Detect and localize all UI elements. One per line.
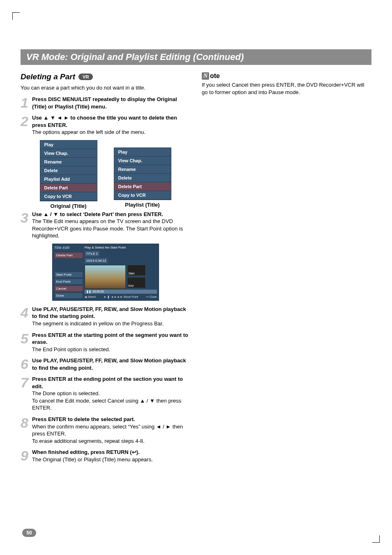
step-text: The Original (Title) or Playlist (Title)…	[32, 456, 153, 463]
title-edit-progress: ❚❚ 00:00:00	[85, 290, 157, 294]
step-8: 8 Press ENTER to delete the selected par…	[21, 416, 190, 444]
step-bold: Use PLAY, PAUSE/STEP, FF, REW, and Slow …	[32, 306, 186, 320]
menu-item: View Chap.	[114, 157, 171, 165]
menu-caption: Original (Title)	[40, 203, 97, 209]
menu-item: Copy to VCR	[114, 191, 171, 200]
menu-item: Delete	[40, 166, 97, 175]
step-4: 4 Use PLAY, PAUSE/STEP, FF, REW, and Slo…	[21, 306, 190, 327]
step-text: The segment is indicated in yellow on th…	[32, 320, 164, 327]
step-body: Press ENTER at the starting point of the…	[32, 332, 190, 353]
step-9: 9 When finished editing, press RETURN (↩…	[21, 449, 190, 463]
step-bold: Press ENTER to delete the selected part.	[32, 416, 135, 422]
menu-item: Playlist Add	[40, 175, 97, 184]
title-edit-panel: Title Edit Delete Part Start Point End P…	[52, 244, 159, 301]
note-heading: N ote	[202, 72, 371, 80]
section-title: Deleting a Part	[21, 72, 75, 81]
step-text: When the confirm menu appears, select “Y…	[32, 424, 183, 444]
crop-mark-bottom-right	[372, 535, 380, 543]
footer-close: ↩ Close	[146, 295, 157, 299]
step-number: 4	[21, 306, 32, 327]
step-body: Press DISC MENU/LIST repeatedly to displ…	[32, 96, 190, 110]
title-edit-topline: Play & Select the Start Point	[85, 246, 157, 249]
title-edit-btn: Done	[54, 292, 83, 299]
preview-thumb-start: Start	[127, 265, 145, 276]
menu-item: Rename	[114, 165, 171, 174]
intro-text: You can erase a part which you do not wa…	[21, 85, 190, 91]
title-edit-title2: 10/14 0:34:12	[85, 258, 108, 263]
original-title-menu: Play View Chap. Rename Delete Playlist A…	[40, 140, 97, 209]
note-suffix: ote	[210, 72, 220, 80]
step-number: 5	[21, 332, 32, 353]
menu-list: Play View Chap. Rename Delete Delete Par…	[114, 147, 171, 200]
step-bold: Use PLAY, PAUSE/STEP, FF, REW, and Slow …	[32, 357, 186, 371]
pause-icon: ❚❚	[86, 290, 91, 293]
step-body: Use ▲ / ▼ to select ‘Delete Part’ then p…	[32, 211, 190, 240]
step-number: 2	[21, 114, 32, 136]
step-body: Use PLAY, PAUSE/STEP, FF, REW, and Slow …	[32, 357, 190, 371]
step-bold: Press ENTER at the ending point of the s…	[32, 376, 183, 389]
title-edit-right: Play & Select the Start Point TITLE 2 10…	[85, 246, 157, 299]
preview-side: Start End	[127, 265, 145, 289]
step-1: 1 Press DISC MENU/LIST repeatedly to dis…	[21, 96, 190, 110]
title-edit-btn: Cancel	[54, 286, 83, 292]
step-7: 7 Press ENTER at the ending point of the…	[21, 375, 190, 412]
note-icon: N	[202, 72, 209, 80]
menu-item: Rename	[40, 158, 97, 166]
step-3: 3 Use ▲ / ▼ to select ‘Delete Part’ then…	[21, 211, 190, 240]
step-5: 5 Press ENTER at the starting point of t…	[21, 332, 190, 353]
preview-thumb-end: End	[127, 277, 145, 288]
step-number: 3	[21, 211, 32, 240]
step-body: When finished editing, press RETURN (↩).…	[32, 449, 153, 463]
vr-badge: VR	[78, 74, 93, 80]
footer-select: ◉ Select	[85, 295, 96, 299]
title-edit-title1: TITLE 2	[85, 251, 99, 256]
title-edit-left: Title Edit Delete Part Start Point End P…	[54, 246, 83, 299]
step-bold: Press ENTER at the starting point of the…	[32, 332, 188, 345]
step-bold: Use ▲ / ▼ to select ‘Delete Part’ then p…	[32, 211, 163, 217]
page-number: 50	[22, 529, 36, 537]
page-title: VR Mode: Original and Playlist Editing (…	[26, 52, 244, 62]
menu-item: Play	[40, 140, 97, 149]
playlist-title-menu: Play View Chap. Rename Delete Delete Par…	[114, 147, 171, 209]
menu-item: Play	[114, 148, 171, 157]
step-number: 6	[21, 357, 32, 371]
title-edit-title-block: TITLE 2 10/14 0:34:12	[85, 250, 157, 264]
menu-item: View Chap.	[40, 149, 97, 158]
title-edit-btn: Delete Part	[54, 252, 83, 258]
step-body: Press ENTER at the ending point of the s…	[32, 375, 190, 412]
step-bold: Press DISC MENU/LIST repeatedly to displ…	[32, 96, 177, 110]
section-title-row: Deleting a Part VR	[21, 72, 190, 81]
step-text: The Done option is selected. To cancel t…	[32, 390, 181, 411]
footer-move: ► ❚ ◄◄ ►► Move Point	[104, 295, 138, 299]
menu-panels-row: Play View Chap. Rename Delete Playlist A…	[21, 140, 190, 209]
left-column: Deleting a Part VR You can erase a part …	[21, 72, 190, 467]
menu-caption: Playlist (Title)	[114, 202, 171, 208]
step-text: The options appear on the left side of t…	[32, 129, 145, 135]
right-column: N ote If you select Cancel then press EN…	[202, 72, 371, 467]
title-edit-footer: ◉ Select ► ❚ ◄◄ ►► Move Point ↩ Close	[85, 295, 157, 299]
step-6: 6 Use PLAY, PAUSE/STEP, FF, REW, and Slo…	[21, 357, 190, 371]
content-columns: Deleting a Part VR You can erase a part …	[21, 72, 371, 467]
step-text: The End Point option is selected.	[32, 346, 110, 352]
menu-item-selected: Delete Part	[114, 182, 171, 191]
step-number: 1	[21, 96, 32, 110]
step-number: 9	[21, 449, 32, 463]
title-edit-label: Title Edit	[54, 246, 83, 250]
step-body: Press ENTER to delete the selected part.…	[32, 416, 190, 444]
title-edit-preview: Start End	[85, 265, 157, 289]
crop-mark-top-left	[12, 12, 20, 20]
menu-item: Copy to VCR	[40, 192, 97, 201]
note-text: If you select Cancel then press ENTER, t…	[202, 81, 371, 96]
page-title-bar: VR Mode: Original and Playlist Editing (…	[21, 49, 371, 65]
step-text: The Title Edit menu appears on the TV sc…	[32, 218, 183, 239]
title-edit-btn: Start Point	[54, 272, 83, 278]
menu-item-selected: Delete Part	[40, 184, 97, 192]
step-number: 7	[21, 375, 32, 412]
step-bold: When finished editing, press RETURN (↩).	[32, 449, 140, 455]
step-2: 2 Use ▲ ▼ ◄ ► to choose the title you wa…	[21, 114, 190, 136]
step-number: 8	[21, 416, 32, 444]
step-body: Use PLAY, PAUSE/STEP, FF, REW, and Slow …	[32, 306, 190, 327]
step-body: Use ▲ ▼ ◄ ► to choose the title you want…	[32, 114, 190, 136]
step-bold: Use ▲ ▼ ◄ ► to choose the title you want…	[32, 115, 177, 128]
menu-list: Play View Chap. Rename Delete Playlist A…	[40, 140, 97, 201]
